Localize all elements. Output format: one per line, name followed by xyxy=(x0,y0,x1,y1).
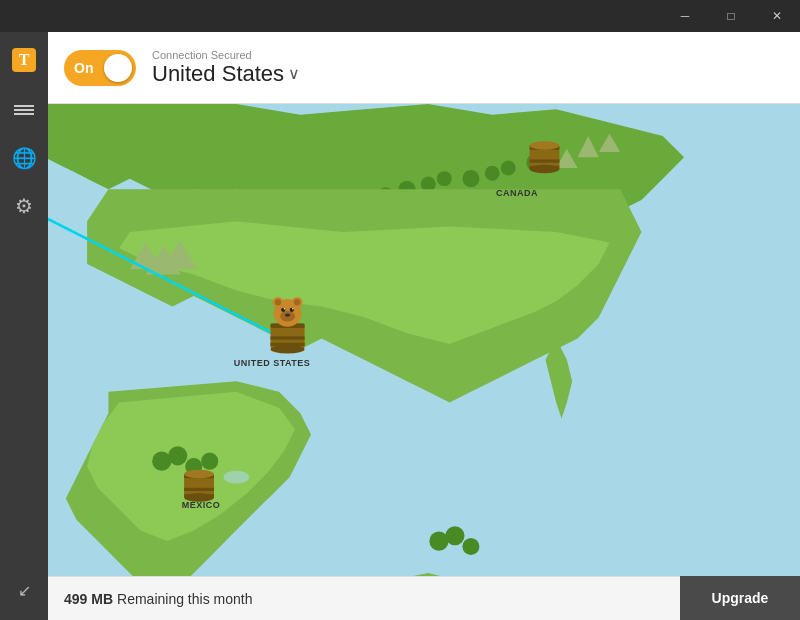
upgrade-button[interactable]: Upgrade xyxy=(680,576,800,620)
connection-status: Connection Secured xyxy=(152,49,300,61)
vpn-toggle-wrapper: On xyxy=(64,50,136,86)
vpn-toggle[interactable]: On xyxy=(64,50,136,86)
svg-point-64 xyxy=(184,470,214,479)
svg-point-31 xyxy=(201,453,218,470)
menu-button[interactable] xyxy=(0,88,48,132)
window-controls: ─ □ ✕ xyxy=(662,0,800,32)
svg-point-43 xyxy=(530,165,560,174)
collapse-icon: ↙ xyxy=(18,581,31,600)
svg-point-8 xyxy=(485,166,500,181)
close-button[interactable]: ✕ xyxy=(754,0,800,32)
svg-point-11 xyxy=(421,176,436,191)
connection-info: Connection Secured United States ∨ xyxy=(152,49,300,87)
svg-point-33 xyxy=(445,526,464,545)
bottom-bar: 499 MB Remaining this month Upgrade xyxy=(48,576,800,620)
map-container: CANADA UNITED STATES MEXICO xyxy=(48,104,800,620)
country-selector[interactable]: United States ∨ xyxy=(152,61,300,87)
sidebar: T 🌐 ⚙ ↙ xyxy=(0,32,48,620)
svg-rect-62 xyxy=(184,488,214,491)
minimize-button[interactable]: ─ xyxy=(662,0,708,32)
maximize-button[interactable]: □ xyxy=(708,0,754,32)
svg-point-36 xyxy=(332,525,353,536)
svg-point-42 xyxy=(530,141,560,150)
logo-icon: T xyxy=(10,46,38,74)
svg-point-9 xyxy=(501,161,516,176)
svg-point-52 xyxy=(275,299,281,305)
app-logo[interactable]: T xyxy=(0,32,48,88)
svg-rect-40 xyxy=(530,159,560,162)
settings-icon: ⚙ xyxy=(15,194,33,218)
hamburger-icon xyxy=(14,103,34,117)
chevron-down-icon: ∨ xyxy=(288,64,300,83)
settings-button[interactable]: ⚙ xyxy=(0,184,48,228)
svg-point-12 xyxy=(437,171,452,186)
toggle-label: On xyxy=(74,60,93,76)
titlebar: ─ □ ✕ xyxy=(0,0,800,32)
header: On Connection Secured United States ∨ xyxy=(48,32,800,104)
remaining-info: 499 MB Remaining this month xyxy=(48,576,680,620)
svg-point-29 xyxy=(168,446,187,465)
svg-point-65 xyxy=(184,493,214,502)
svg-point-48 xyxy=(270,345,304,354)
svg-point-34 xyxy=(462,538,479,555)
svg-point-58 xyxy=(292,308,293,309)
svg-point-53 xyxy=(294,299,300,305)
remaining-text: Remaining this month xyxy=(117,591,252,607)
svg-point-59 xyxy=(285,313,290,316)
globe-button[interactable]: 🌐 xyxy=(0,136,48,180)
svg-point-35 xyxy=(224,471,250,484)
collapse-button[interactable]: ↙ xyxy=(0,568,48,612)
country-name: United States xyxy=(152,61,284,87)
globe-icon: 🌐 xyxy=(12,146,37,170)
svg-point-57 xyxy=(284,308,285,309)
toggle-knob xyxy=(104,54,132,82)
svg-text:T: T xyxy=(19,51,30,68)
remaining-mb: 499 MB xyxy=(64,591,113,607)
svg-rect-46 xyxy=(270,336,304,339)
map-svg xyxy=(48,104,800,620)
svg-point-10 xyxy=(462,170,479,187)
